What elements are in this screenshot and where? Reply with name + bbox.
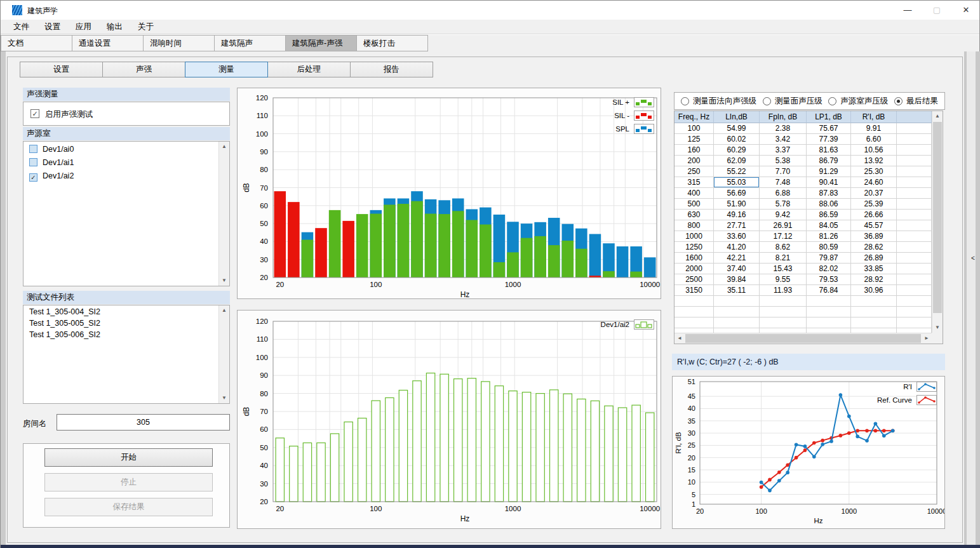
table-cell[interactable]: 200	[675, 156, 714, 166]
channel-item-Dev1/ai0[interactable]: Dev1/ai0	[23, 144, 229, 155]
channel-list-scrollbar[interactable]: ▲ ▼	[218, 142, 229, 286]
table-cell-selected[interactable]: 55.03	[714, 177, 760, 188]
table-cell[interactable]: 11.93	[760, 285, 807, 296]
table-cell[interactable]: 54.99	[714, 123, 760, 134]
subtab-后处理[interactable]: 后处理	[267, 62, 351, 77]
subtab-声强[interactable]: 声强	[102, 62, 185, 77]
table-cell[interactable]	[897, 210, 932, 220]
table-cell[interactable]: 27.71	[714, 220, 760, 231]
menu-item-设置[interactable]: 设置	[37, 20, 68, 34]
table-cell[interactable]: 39.84	[714, 274, 760, 285]
table-cell[interactable]: 86.79	[807, 156, 851, 166]
table-cell[interactable]: 45.57	[851, 220, 897, 231]
table-row[interactable]: 25055.227.7091.2925.30	[675, 166, 932, 177]
table-cell[interactable]: 76.84	[807, 285, 851, 296]
scroll-up-icon[interactable]: ▲	[219, 305, 229, 316]
table-cell[interactable]: 62.09	[714, 156, 760, 166]
table-cell[interactable]	[897, 166, 932, 177]
close-icon[interactable]: ✕	[951, 1, 980, 20]
scroll-right-icon[interactable]: ►	[922, 333, 932, 344]
table-cell[interactable]: 26.91	[760, 220, 807, 231]
channel-item-Dev1/ai2[interactable]: ✓Dev1/ai2	[23, 170, 229, 182]
table-cell[interactable]	[897, 177, 932, 188]
table-cell[interactable]: 41.20	[714, 242, 760, 253]
tab-楼板打击[interactable]: 楼板打击	[356, 35, 428, 51]
table-cell[interactable]: 10.56	[851, 145, 897, 156]
table-cell[interactable]: 6.60	[851, 134, 897, 145]
table-cell[interactable]	[897, 123, 932, 134]
table-cell[interactable]: 400	[675, 188, 714, 199]
splitter-handle[interactable]: <	[967, 51, 976, 545]
table-cell[interactable]	[897, 242, 932, 253]
table-cell[interactable]: 2.38	[760, 123, 807, 134]
table-row[interactable]: 63049.169.4286.5926.66	[675, 210, 932, 220]
table-cell[interactable]: 250	[675, 166, 714, 177]
table-cell[interactable]: 3.37	[760, 145, 807, 156]
table-cell[interactable]: 33.85	[851, 264, 897, 274]
table-cell[interactable]: 17.12	[760, 231, 807, 242]
table-cell[interactable]: 5.78	[760, 199, 807, 210]
room-name-input[interactable]	[57, 414, 230, 431]
table-cell[interactable]: 160	[675, 145, 714, 156]
radio-测量面法向声强级[interactable]: 测量面法向声强级	[681, 96, 756, 107]
test-file-item[interactable]: Test 1_305-004_SI2	[23, 307, 229, 317]
table-cell[interactable]	[897, 253, 932, 264]
table-cell[interactable]: 60.29	[714, 145, 760, 156]
radio-unselected-icon[interactable]	[763, 97, 771, 105]
table-cell[interactable]: 24.60	[851, 177, 897, 188]
table-cell[interactable]: 9.42	[760, 210, 807, 220]
table-cell[interactable]: 81.26	[807, 231, 851, 242]
table-cell[interactable]: 8.21	[760, 253, 807, 264]
table-horizontal-scrollbar[interactable]: ◄ ►	[675, 333, 932, 344]
table-row[interactable]: 16060.293.3781.6310.56	[675, 145, 932, 156]
table-cell[interactable]: 82.02	[807, 264, 851, 274]
menu-item-应用[interactable]: 应用	[68, 20, 99, 34]
table-cell[interactable]: 3150	[675, 285, 714, 296]
test-file-item[interactable]: Test 1_305-006_SI2	[23, 330, 229, 340]
action-button-保存结果[interactable]: 保存结果	[44, 498, 213, 516]
table-cell[interactable]: 84.05	[807, 220, 851, 231]
scrollbar-thumb[interactable]	[933, 122, 942, 313]
minimize-icon[interactable]: —	[893, 1, 922, 20]
table-cell[interactable]: 100	[675, 123, 714, 134]
table-cell[interactable]: 90.41	[807, 177, 851, 188]
table-cell[interactable]: 7.48	[760, 177, 807, 188]
scroll-down-icon[interactable]: ▼	[932, 323, 943, 333]
tab-混响时间[interactable]: 混响时间	[143, 35, 215, 51]
table-cell[interactable]: 9.55	[760, 274, 807, 285]
table-cell[interactable]: 13.92	[851, 156, 897, 166]
table-cell[interactable]: 79.87	[807, 253, 851, 264]
channel-item-Dev1/ai1[interactable]: Dev1/ai1	[23, 157, 229, 168]
table-cell[interactable]: 51.90	[714, 199, 760, 210]
table-cell[interactable]: 55.22	[714, 166, 760, 177]
table-cell[interactable]: 26.89	[851, 253, 897, 264]
table-cell[interactable]: 30.96	[851, 285, 897, 296]
table-cell[interactable]: 800	[675, 220, 714, 231]
table-cell[interactable]: 25.39	[851, 199, 897, 210]
subtab-测量[interactable]: 测量	[185, 62, 268, 77]
table-cell[interactable]: 33.60	[714, 231, 760, 242]
table-row[interactable]: 12560.023.4277.396.60	[675, 134, 932, 145]
scroll-down-icon[interactable]: ▼	[219, 276, 229, 286]
table-row[interactable]: 20062.095.3886.7913.92	[675, 156, 932, 166]
table-cell[interactable]: 7.70	[760, 166, 807, 177]
scroll-up-icon[interactable]: ▲	[219, 142, 229, 152]
table-row[interactable]: 50051.905.7888.0625.39	[675, 199, 932, 210]
tab-建筑隔声-声强[interactable]: 建筑隔声-声强	[285, 35, 357, 51]
table-row[interactable]: 10054.992.3875.679.91	[675, 123, 932, 134]
table-cell[interactable]: 80.59	[807, 242, 851, 253]
table-cell[interactable]: 87.83	[807, 188, 851, 199]
table-vertical-scrollbar[interactable]: ▲ ▼	[932, 111, 943, 333]
table-row[interactable]: 125041.208.6280.5928.62	[675, 242, 932, 253]
subtab-报告[interactable]: 报告	[350, 62, 433, 77]
table-cell[interactable]	[897, 134, 932, 145]
table-row[interactable]: 250039.849.5579.5328.92	[675, 274, 932, 285]
table-cell[interactable]: 60.02	[714, 134, 760, 145]
table-cell[interactable]: 26.66	[851, 210, 897, 220]
table-cell[interactable]: 42.21	[714, 253, 760, 264]
table-cell[interactable]: 8.62	[760, 242, 807, 253]
table-cell[interactable]: 2500	[675, 274, 714, 285]
table-cell[interactable]	[897, 274, 932, 285]
table-cell[interactable]: 1600	[675, 253, 714, 264]
menu-item-输出[interactable]: 输出	[99, 20, 130, 34]
